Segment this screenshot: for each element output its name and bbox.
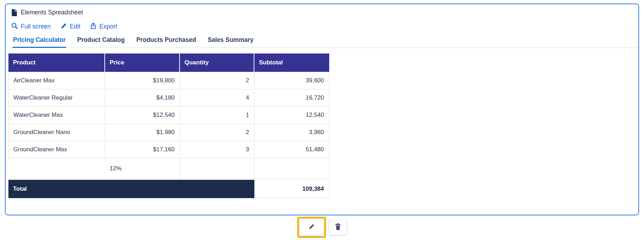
document-icon xyxy=(11,9,17,16)
cell-product: AirCleaner Max xyxy=(8,72,105,89)
widget-title: Elements Spreadsheet xyxy=(21,9,83,16)
cell-subtotal: 12,540 xyxy=(254,107,329,124)
table-body: AirCleaner Max$19,800239,600WaterCleaner… xyxy=(8,72,329,158)
cell-price: $4,180 xyxy=(105,89,180,106)
cell-product: WaterCleaner Regular xyxy=(8,89,105,106)
spreadsheet-widget: Elements Spreadsheet Full screen Edit xyxy=(5,4,639,215)
cell-subtotal: 39,600 xyxy=(254,72,329,89)
tab-pricing-calculator[interactable]: Pricing Calculator xyxy=(13,36,66,48)
discount-row: Discount 12% xyxy=(8,158,329,179)
total-value-cell: 109,384 xyxy=(254,180,329,198)
tab-products-purchased[interactable]: Products Purchased xyxy=(136,36,196,48)
edit-link-button[interactable]: Edit xyxy=(60,23,80,31)
cell-price: $12,540 xyxy=(105,107,180,124)
magnifier-icon xyxy=(11,23,18,31)
tab-sales-summary[interactable]: Sales Summary xyxy=(207,36,254,48)
cell-quantity: 2 xyxy=(180,124,254,141)
trash-icon xyxy=(335,223,341,232)
discount-label-cell: Discount xyxy=(8,158,105,179)
cell-price: $17,160 xyxy=(105,141,180,158)
table-row: AirCleaner Max$19,800239,600 xyxy=(8,72,329,89)
full-screen-button[interactable]: Full screen xyxy=(11,23,51,31)
cell-quantity: 2 xyxy=(180,72,254,89)
column-header-subtotal: Subtotal xyxy=(254,53,329,72)
floating-action-bar xyxy=(0,217,644,238)
column-header-product: Product xyxy=(8,53,105,72)
cell-product: WaterCleaner Max xyxy=(8,107,105,124)
pricing-table: Product Price Quantity Subtotal AirClean… xyxy=(8,53,329,198)
cell-subtotal: 3,960 xyxy=(254,124,329,141)
cell-subtotal: 16,720 xyxy=(254,89,329,106)
tab-product-catalog[interactable]: Product Catalog xyxy=(77,36,125,48)
cell-quantity: 1 xyxy=(180,107,254,124)
column-header-product: Price xyxy=(105,53,180,72)
total-label-cell: Total xyxy=(8,180,254,198)
export-button[interactable]: Export xyxy=(90,22,117,31)
edit-button[interactable] xyxy=(300,220,323,235)
table-row: WaterCleaner Max$12,540112,540 xyxy=(8,107,329,124)
highlight-box xyxy=(297,217,326,238)
table-row: GroundCleaner Max$17,160351,480 xyxy=(8,141,329,158)
cell-product: GroundCleaner Nano xyxy=(8,124,105,141)
cell-product: GroundCleaner Max xyxy=(8,141,105,158)
toolbar: Full screen Edit Export xyxy=(11,22,638,31)
cell-price: $19,800 xyxy=(105,72,180,89)
cell-subtotal: 51,480 xyxy=(254,141,329,158)
total-row: Total 109,384 xyxy=(8,180,329,198)
tab-bar: Pricing Calculator Product Catalog Produ… xyxy=(6,36,638,48)
discount-value-cell: 12% xyxy=(105,158,180,179)
cell-price: $1,980 xyxy=(105,124,180,141)
empty-cell xyxy=(180,158,254,179)
table-row: WaterCleaner Regular$4,180416,720 xyxy=(8,89,329,107)
full-screen-label: Full screen xyxy=(21,23,51,30)
pencil-icon xyxy=(308,223,315,232)
pencil-icon xyxy=(60,23,67,31)
widget-header: Elements Spreadsheet xyxy=(11,9,638,16)
empty-cell xyxy=(254,158,329,179)
export-label: Export xyxy=(99,23,117,30)
edit-label: Edit xyxy=(70,23,80,30)
table-header-row: Product Price Quantity Subtotal xyxy=(8,53,329,72)
cell-quantity: 3 xyxy=(180,141,254,158)
export-icon xyxy=(90,22,97,31)
column-header-quantity: Quantity xyxy=(180,53,254,72)
cell-quantity: 4 xyxy=(180,89,254,106)
delete-button[interactable] xyxy=(329,220,347,235)
table-row: GroundCleaner Nano$1,98023,960 xyxy=(8,124,329,141)
